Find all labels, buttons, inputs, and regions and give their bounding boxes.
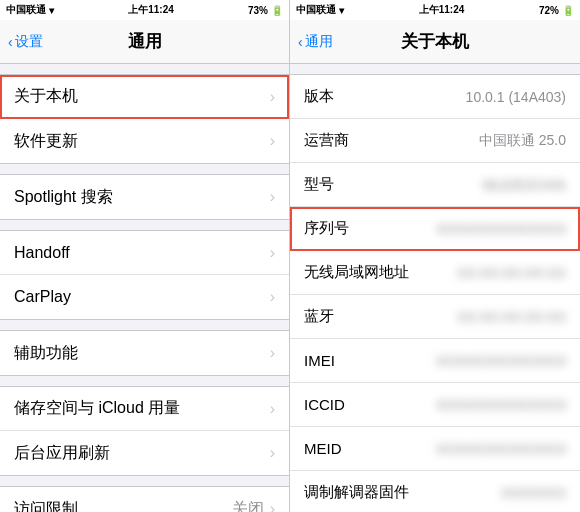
right-item-meid-value: XXXXXXXXXXXXXXX	[436, 441, 566, 457]
left-phone: 中国联通 ▾ 上午11:24 73% 🔋 ‹ 设置 通用 关于本机 软件更新	[0, 0, 290, 512]
left-item-about[interactable]: 关于本机	[0, 75, 289, 119]
left-status-right: 73% 🔋	[248, 5, 283, 16]
right-item-carrier: 运营商 中国联通 25.0	[290, 119, 580, 163]
left-scroll-area[interactable]: 关于本机 软件更新 Spotlight 搜索	[0, 64, 289, 512]
left-item-accessibility-label: 辅助功能	[14, 343, 270, 364]
left-wifi-icon: ▾	[49, 5, 54, 16]
left-item-spotlight-label: Spotlight 搜索	[14, 187, 270, 208]
left-list-3: Handoff CarPlay	[0, 230, 289, 320]
left-item-bg-refresh-chevron	[270, 444, 275, 462]
right-item-modem-value: XXXXXXX	[501, 485, 566, 501]
right-item-wifi: 无线局域网地址 XX:XX:XX:XX:XX	[290, 251, 580, 295]
left-item-spotlight[interactable]: Spotlight 搜索	[0, 175, 289, 219]
left-item-carplay-label: CarPlay	[14, 288, 270, 306]
right-item-carrier-value: 中国联通 25.0	[479, 132, 566, 150]
right-item-bluetooth-value: XX:XX:XX:XX:XX	[457, 309, 566, 325]
right-battery-icon: 🔋	[562, 5, 574, 16]
left-item-restrictions-value: 关闭	[232, 499, 264, 513]
left-list-2: Spotlight 搜索	[0, 174, 289, 220]
right-item-bluetooth: 蓝牙 XX:XX:XX:XX:XX	[290, 295, 580, 339]
right-item-wifi-value: XX:XX:XX:XX:XX	[457, 265, 566, 281]
right-battery: 72%	[539, 5, 559, 16]
right-main-list: 版本 10.0.1 (14A403) 运营商 中国联通 25.0 型号 MLE/…	[290, 74, 580, 512]
left-list-6: 访问限制 关闭	[0, 486, 289, 512]
right-status-right: 72% 🔋	[539, 5, 574, 16]
right-nav-bar: ‹ 通用 关于本机	[290, 20, 580, 64]
right-item-serial: 序列号 XXXXXXXXXXXXXXX7	[290, 207, 580, 251]
left-carrier: 中国联通	[6, 3, 46, 17]
left-status-left: 中国联通 ▾	[6, 3, 54, 17]
right-item-iccid-label: ICCID	[304, 396, 436, 413]
left-back-label: 设置	[15, 33, 43, 51]
left-item-software-update[interactable]: 软件更新	[0, 119, 289, 163]
right-item-model-label: 型号	[304, 175, 483, 194]
right-item-model: 型号 MLE/E2CH/A	[290, 163, 580, 207]
left-item-carplay-chevron	[270, 288, 275, 306]
left-nav-title: 通用	[128, 30, 162, 53]
left-item-storage-chevron	[270, 400, 275, 418]
right-item-serial-value: XXXXXXXXXXXXXXX7	[436, 221, 566, 237]
left-section-1: 关于本机 软件更新	[0, 74, 289, 164]
right-item-meid: MEID XXXXXXXXXXXXXXX	[290, 427, 580, 471]
left-nav-bar: ‹ 设置 通用	[0, 20, 289, 64]
left-section-4: 辅助功能	[0, 330, 289, 376]
right-item-wifi-label: 无线局域网地址	[304, 263, 457, 282]
left-time: 上午11:24	[128, 3, 174, 17]
left-status-bar: 中国联通 ▾ 上午11:24 73% 🔋	[0, 0, 289, 20]
right-item-modem: 调制解调器固件 XXXXXXX	[290, 471, 580, 512]
left-item-storage-label: 储存空间与 iCloud 用量	[14, 398, 270, 419]
right-status-left: 中国联通 ▾	[296, 3, 344, 17]
right-time: 上午11:24	[419, 3, 465, 17]
left-back-button[interactable]: ‹ 设置	[8, 33, 43, 51]
left-list-1: 关于本机 软件更新	[0, 74, 289, 164]
left-list-4: 辅助功能	[0, 330, 289, 376]
right-item-imei: IMEI XXXXXXXXXXXXXXX	[290, 339, 580, 383]
right-item-modem-label: 调制解调器固件	[304, 483, 501, 502]
left-section-3: Handoff CarPlay	[0, 230, 289, 320]
right-item-version-label: 版本	[304, 87, 466, 106]
right-item-version: 版本 10.0.1 (14A403)	[290, 75, 580, 119]
right-item-meid-label: MEID	[304, 440, 436, 457]
right-item-version-value: 10.0.1 (14A403)	[466, 89, 566, 105]
right-item-iccid-value: XXXXXXXXXXXXXXXXXX	[436, 397, 566, 413]
left-item-carplay[interactable]: CarPlay	[0, 275, 289, 319]
right-item-model-value: MLE/E2CH/A	[483, 177, 566, 193]
left-item-about-chevron	[270, 88, 275, 106]
left-item-restrictions-chevron	[270, 500, 275, 512]
left-section-6: 访问限制 关闭	[0, 486, 289, 512]
left-item-accessibility-chevron	[270, 344, 275, 362]
right-back-chevron-icon: ‹	[298, 34, 303, 50]
left-item-restrictions-label: 访问限制	[14, 499, 232, 513]
left-item-spotlight-chevron	[270, 188, 275, 206]
right-item-imei-label: IMEI	[304, 352, 436, 369]
left-item-software-update-label: 软件更新	[14, 131, 270, 152]
right-wifi-icon: ▾	[339, 5, 344, 16]
right-phone: 中国联通 ▾ 上午11:24 72% 🔋 ‹ 通用 关于本机 版本 10.0.1…	[290, 0, 580, 512]
left-list-5: 储存空间与 iCloud 用量 后台应用刷新	[0, 386, 289, 476]
right-item-carrier-label: 运营商	[304, 131, 479, 150]
left-section-5: 储存空间与 iCloud 用量 后台应用刷新	[0, 386, 289, 476]
right-item-imei-value: XXXXXXXXXXXXXXX	[436, 353, 566, 369]
left-item-software-chevron	[270, 132, 275, 150]
left-item-about-label: 关于本机	[14, 86, 270, 107]
left-section-2: Spotlight 搜索	[0, 174, 289, 220]
left-item-storage[interactable]: 储存空间与 iCloud 用量	[0, 387, 289, 431]
left-back-chevron-icon: ‹	[8, 34, 13, 50]
right-nav-title: 关于本机	[401, 30, 469, 53]
right-back-label: 通用	[305, 33, 333, 51]
right-item-iccid: ICCID XXXXXXXXXXXXXXXXXX	[290, 383, 580, 427]
left-battery-icon: 🔋	[271, 5, 283, 16]
left-item-background-refresh[interactable]: 后台应用刷新	[0, 431, 289, 475]
right-item-bluetooth-label: 蓝牙	[304, 307, 457, 326]
left-item-accessibility[interactable]: 辅助功能	[0, 331, 289, 375]
left-item-handoff[interactable]: Handoff	[0, 231, 289, 275]
left-battery: 73%	[248, 5, 268, 16]
right-item-serial-label: 序列号	[304, 219, 436, 238]
left-item-background-refresh-label: 后台应用刷新	[14, 443, 270, 464]
right-back-button[interactable]: ‹ 通用	[298, 33, 333, 51]
right-scroll-area[interactable]: 版本 10.0.1 (14A403) 运营商 中国联通 25.0 型号 MLE/…	[290, 64, 580, 512]
left-item-restrictions[interactable]: 访问限制 关闭	[0, 487, 289, 512]
left-item-handoff-label: Handoff	[14, 244, 270, 262]
right-carrier: 中国联通	[296, 3, 336, 17]
right-section-main: 版本 10.0.1 (14A403) 运营商 中国联通 25.0 型号 MLE/…	[290, 74, 580, 512]
